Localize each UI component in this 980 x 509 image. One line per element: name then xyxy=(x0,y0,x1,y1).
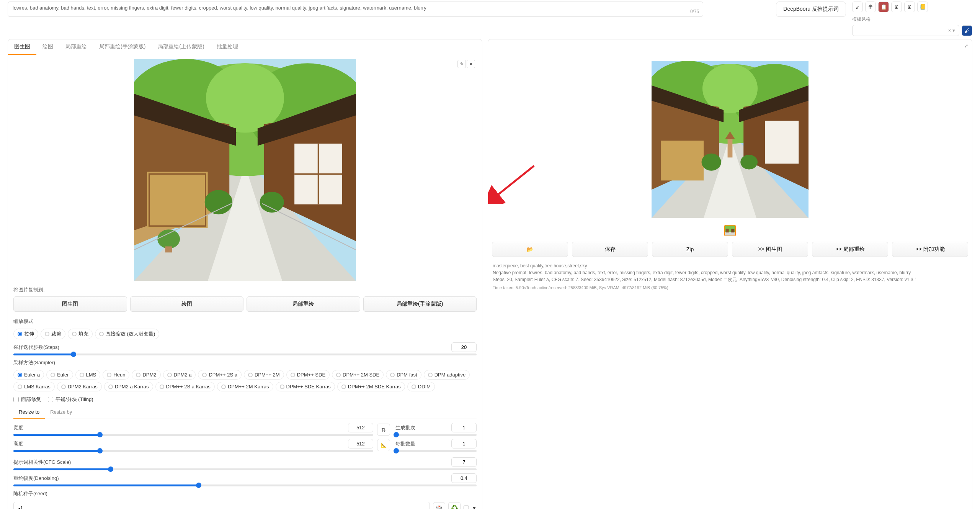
steps-slider[interactable] xyxy=(13,354,477,355)
width-slider[interactable] xyxy=(13,434,373,436)
sampler-dpm2sa[interactable]: DPM++ 2S a xyxy=(198,370,241,380)
restore-faces-check[interactable]: 面部修复 xyxy=(13,396,41,403)
steps-label: 采样迭代步数(Steps) xyxy=(13,344,59,351)
sampler-eulera[interactable]: Euler a xyxy=(13,370,44,380)
left-panel: 图生图 绘图 局部重绘 局部重绘(手涂蒙版) 局部重绘(上传蒙版) 批量处理 ✎… xyxy=(8,39,482,509)
deepbooru-button[interactable]: DeepBooru 反推提示词 xyxy=(776,2,846,17)
tab-inpaint-sketch[interactable]: 局部重绘(手涂蒙版) xyxy=(93,39,152,55)
resize-by-tab[interactable]: Resize by xyxy=(45,406,77,419)
arrow-icon-btn[interactable]: ↙ xyxy=(852,2,863,12)
copy-inpaint-sketch-btn[interactable]: 局部重绘(手涂蒙版) xyxy=(363,296,477,312)
tab-img2img[interactable]: 图生图 xyxy=(8,39,36,55)
swap-dims-btn[interactable]: ⇅ xyxy=(377,424,390,436)
cfg-label: 提示词相关性(CFG Scale) xyxy=(13,459,71,466)
sampler-dpm2m[interactable]: DPM++ 2M xyxy=(244,370,284,380)
svg-rect-20 xyxy=(165,246,172,252)
sampler-dpm2msdekarras[interactable]: DPM++ 2M SDE Karras xyxy=(337,382,405,391)
height-slider[interactable] xyxy=(13,450,373,452)
resize-latent[interactable]: 直接缩放 (放大潜变量) xyxy=(95,329,159,339)
tab-inpaint[interactable]: 局部重绘 xyxy=(59,39,93,55)
seed-extra-check[interactable] xyxy=(464,506,469,509)
seed-input[interactable] xyxy=(13,502,430,509)
info-time: Time taken: 5.90sTorch active/reserved: … xyxy=(493,285,967,291)
sampler-dpm2mkarras[interactable]: DPM++ 2M Karras xyxy=(217,382,273,391)
collapse-output-icon[interactable]: ⤢ xyxy=(964,43,968,49)
style-select[interactable]: × ▾ xyxy=(852,25,959,36)
cfg-slider[interactable] xyxy=(13,468,477,470)
info-prompt: masterpiece, best quality,tree,house,str… xyxy=(493,262,967,269)
sampler-dpmfast[interactable]: DPM fast xyxy=(386,370,421,380)
seed-extra-caret[interactable]: ▼ xyxy=(472,506,477,509)
svg-rect-42 xyxy=(726,229,729,232)
width-value[interactable] xyxy=(348,423,373,432)
copy-sketch-btn[interactable]: 绘图 xyxy=(130,296,244,312)
copy-to-label: 将图片复制到: xyxy=(8,285,482,295)
info-neg: Negative prompt: lowres, bad anatomy, ba… xyxy=(493,269,967,276)
send-inpaint-btn[interactable]: >> 局部重绘 xyxy=(812,242,888,257)
style-apply-btn[interactable]: 🖌 xyxy=(962,25,972,36)
input-image-area[interactable]: ✎ ✕ xyxy=(8,55,482,285)
sampler-heun[interactable]: Heun xyxy=(103,370,129,380)
send-img2img-btn[interactable]: >> 图生图 xyxy=(732,242,808,257)
batch-size-slider[interactable] xyxy=(395,450,477,452)
sampler-dpm2[interactable]: DPM2 xyxy=(132,370,160,380)
sampler-dpm2sakarras[interactable]: DPM++ 2S a Karras xyxy=(155,382,215,391)
clipboard-icon-btn[interactable]: 📋 xyxy=(878,2,889,12)
negative-prompt-textarea[interactable]: lowres, bad anatomy, bad hands, text, er… xyxy=(8,2,703,17)
height-value[interactable] xyxy=(348,439,373,448)
sampler-dpmsdekarras[interactable]: DPM++ SDE Karras xyxy=(276,382,335,391)
denoise-slider[interactable] xyxy=(13,484,477,486)
batch-size-label: 每批数量 xyxy=(395,440,415,447)
cfg-value[interactable] xyxy=(451,457,477,467)
file-icon-btn[interactable]: 🗎 xyxy=(891,2,902,12)
tab-inpaint-upload[interactable]: 局部重绘(上传蒙版) xyxy=(152,39,210,55)
resize-mode-radios: 拉伸 裁剪 填充 直接缩放 (放大潜变量) xyxy=(8,327,482,341)
copy-img2img-btn[interactable]: 图生图 xyxy=(13,296,127,312)
resize-crop[interactable]: 裁剪 xyxy=(41,329,65,339)
steps-value[interactable] xyxy=(451,342,477,352)
send-extras-btn[interactable]: >> 附加功能 xyxy=(892,242,968,257)
batch-count-value[interactable] xyxy=(451,423,477,432)
output-thumbnail[interactable] xyxy=(724,225,736,236)
resize-to-tab[interactable]: Resize to xyxy=(13,406,45,419)
negative-prompt-text: lowres, bad anatomy, bad hands, text, er… xyxy=(13,5,426,11)
mode-tabs: 图生图 绘图 局部重绘 局部重绘(手涂蒙版) 局部重绘(上传蒙版) 批量处理 xyxy=(8,39,482,55)
trash-icon-btn[interactable]: 🗑 xyxy=(865,2,876,12)
sampler-lms[interactable]: LMS xyxy=(75,370,101,380)
zip-btn[interactable]: Zip xyxy=(652,242,728,257)
tab-batch[interactable]: 批量处理 xyxy=(211,39,244,55)
sampler-dpm2a[interactable]: DPM2 a xyxy=(163,370,196,380)
svg-rect-10 xyxy=(147,172,208,228)
seed-random-btn[interactable]: 🎲 xyxy=(433,502,445,509)
sampler-ddim[interactable]: DDIM xyxy=(407,382,435,391)
sampler-dpm2msde[interactable]: DPM++ 2M SDE xyxy=(332,370,384,380)
svg-point-18 xyxy=(260,192,284,213)
edit-image-icon[interactable]: ✎ xyxy=(457,60,466,68)
tiling-check[interactable]: 平铺/分块 (Tiling) xyxy=(48,396,93,403)
batch-size-value[interactable] xyxy=(451,439,477,448)
sampler-dpmsde[interactable]: DPM++ SDE xyxy=(286,370,330,380)
clear-image-icon[interactable]: ✕ xyxy=(467,60,475,68)
file2-icon-btn[interactable]: 🗎 xyxy=(904,2,915,12)
tab-sketch[interactable]: 绘图 xyxy=(36,39,59,55)
seed-reuse-btn[interactable]: ♻️ xyxy=(448,502,461,509)
svg-point-39 xyxy=(740,155,758,169)
output-image[interactable] xyxy=(652,61,808,218)
resize-stretch[interactable]: 拉伸 xyxy=(13,329,38,339)
resize-fill[interactable]: 填充 xyxy=(68,329,93,339)
sampler-lmskarras[interactable]: LMS Karras xyxy=(13,382,55,391)
denoise-value[interactable] xyxy=(451,473,477,483)
sampler-dpmadaptive[interactable]: DPM adaptive xyxy=(424,370,470,380)
sampler-dpm2akarras[interactable]: DPM2 a Karras xyxy=(104,382,153,391)
ruler-btn[interactable]: 📐 xyxy=(377,439,390,451)
copy-inpaint-btn[interactable]: 局部重绘 xyxy=(247,296,360,312)
save-btn[interactable]: 保存 xyxy=(572,242,648,257)
book-icon-btn[interactable]: 📒 xyxy=(917,2,928,12)
sampler-euler[interactable]: Euler xyxy=(46,370,73,380)
input-image xyxy=(134,59,356,281)
batch-count-slider[interactable] xyxy=(395,434,477,436)
width-label: 宽度 xyxy=(13,424,23,431)
info-params: Steps: 20, Sampler: Euler a, CFG scale: … xyxy=(493,276,967,283)
sampler-dpm2karras[interactable]: DPM2 Karras xyxy=(57,382,102,391)
open-folder-btn[interactable]: 📂 xyxy=(492,242,568,257)
